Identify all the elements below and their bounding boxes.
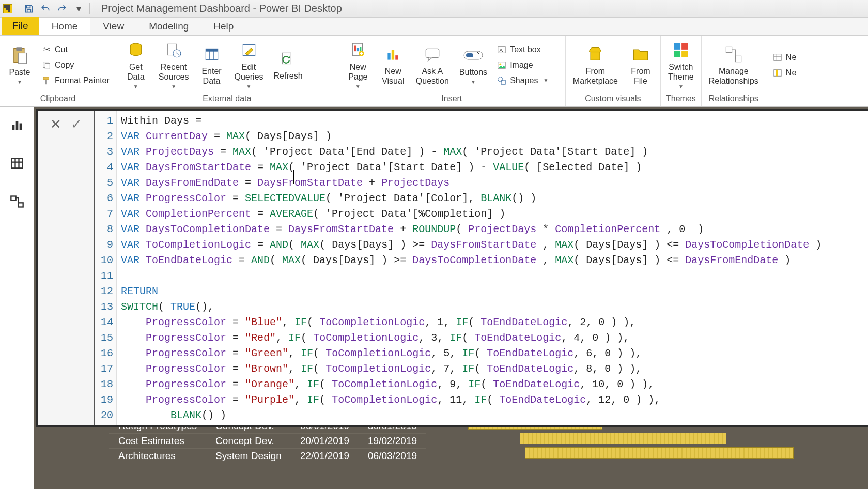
column-icon [772,68,783,78]
from-marketplace-button[interactable]: From Marketplace [570,42,621,88]
chevron-down-icon: ▼ [471,79,476,85]
enter-data-button[interactable]: Enter Data [196,42,227,88]
ribbon-group-themes: Switch Theme▼ Themes [661,36,702,106]
new-page-icon [348,40,368,60]
svg-rect-1 [16,47,22,51]
svg-rect-26 [466,53,473,57]
paste-button[interactable]: Paste ▼ [4,43,35,87]
tab-modeling[interactable]: Modeling [136,17,201,35]
svg-rect-34 [674,43,680,50]
svg-rect-37 [681,51,688,57]
title-bar: ▾ Project Management Dashboard - Power B… [0,0,868,18]
buttons-icon [463,45,484,66]
relationships-icon [723,44,744,65]
tab-view[interactable]: View [90,17,136,35]
powerbi-app-icon [3,4,12,13]
formula-controls: ✕ ✓ [38,111,95,425]
paste-icon [9,45,30,66]
svg-rect-6 [45,80,47,84]
commit-formula-icon[interactable]: ✓ [71,116,82,132]
copy-icon [41,60,52,70]
report-view-button[interactable] [8,116,26,134]
qat-dropdown-icon[interactable]: ▾ [73,3,84,14]
svg-rect-52 [11,196,16,201]
data-view-button[interactable] [8,155,26,172]
new-page-button[interactable]: New Page▼ [343,38,374,91]
text-box-icon: A [497,44,507,55]
new-visual-button[interactable]: New Visual [378,42,409,88]
model-view-button[interactable] [8,193,26,210]
ribbon-group-external-data: Get Data▼ Recent Sources▼ Enter Data Edi… [116,36,338,106]
group-label-relationships: Relationships [706,93,762,105]
edit-queries-icon [239,40,259,60]
format-painter-button[interactable]: Format Painter [39,74,112,87]
view-rail [0,107,34,489]
get-data-icon [126,40,146,60]
overflow-item-2[interactable]: Ne [770,67,798,79]
line-gutter: 1234567891011121314151617181920 [95,111,117,425]
svg-rect-24 [426,49,439,57]
formula-bar[interactable]: ✕ ✓ 1234567891011121314151617181920 With… [36,109,868,427]
overflow-item-1[interactable]: Ne [770,51,798,64]
tab-home[interactable]: Home [39,17,91,35]
image-button[interactable]: Image [494,59,550,71]
group-label-themes: Themes [665,93,697,105]
tab-file[interactable]: File [2,17,39,35]
svg-rect-39 [735,56,741,62]
chevron-down-icon: ▼ [133,84,138,90]
qat-separator [18,3,18,14]
format-painter-icon [41,75,52,86]
svg-rect-11 [206,49,218,51]
qat-separator-2 [89,3,90,14]
cancel-formula-icon[interactable]: ✕ [50,116,61,132]
edit-queries-button[interactable]: Edit Queries▼ [231,38,267,91]
group-label-custom-visuals: Custom visuals [570,93,656,105]
undo-icon[interactable] [40,3,51,14]
ribbon-group-relationships: Manage Relationships Relationships [702,36,766,106]
svg-rect-40 [774,54,781,60]
svg-rect-33 [591,52,600,60]
chevron-down-icon: ▼ [171,84,176,90]
group-label-external-data: External data [120,93,334,105]
cut-button[interactable]: ✂Cut [39,43,112,56]
ribbon-group-custom-visuals: From Marketplace From File Custom visual… [566,36,661,106]
dax-editor[interactable]: Within Days = VAR CurrentDay = MAX( Days… [117,111,868,425]
table-row[interactable]: ArchitecturesSystem Design22/01/201906/0… [109,449,426,464]
svg-rect-36 [674,51,680,57]
text-caret [293,170,295,184]
svg-rect-47 [19,124,22,130]
ribbon-group-clipboard: Paste ▼ ✂Cut Copy Format Painter Clipboa… [0,36,116,106]
svg-rect-18 [357,48,359,51]
ask-question-button[interactable]: Ask A Question [413,42,452,88]
shapes-button[interactable]: Shapes▼ [494,74,550,87]
ribbon-group-insert: New Page▼ New Visual Ask A Question Butt… [338,36,566,106]
quick-access-toolbar: ▾ [3,3,90,14]
refresh-icon [278,49,299,69]
svg-rect-35 [681,43,688,50]
svg-rect-19 [360,47,361,52]
svg-rect-21 [388,53,390,60]
svg-point-30 [500,63,502,65]
manage-relationships-button[interactable]: Manage Relationships [706,42,762,88]
svg-rect-23 [395,55,398,60]
report-canvas[interactable]: CURREN Project 1 ✕ ✓ 1234567891011121314… [34,107,868,489]
buttons-button[interactable]: Buttons▼ [456,43,490,87]
svg-rect-4 [45,63,50,69]
copy-button[interactable]: Copy [39,59,112,71]
recent-sources-button[interactable]: Recent Sources▼ [156,38,192,91]
tab-help[interactable]: Help [201,17,246,35]
redo-icon[interactable] [56,3,68,14]
shapes-icon [497,75,507,86]
get-data-button[interactable]: Get Data▼ [120,38,151,91]
table-row[interactable]: Cost EstimatesConcept Dev.20/01/201919/0… [109,434,426,449]
chevron-down-icon: ▼ [355,84,361,90]
refresh-button[interactable]: Refresh [271,47,306,83]
from-file-button[interactable]: From File [625,42,656,88]
save-icon[interactable] [23,3,35,14]
marketplace-icon [585,44,606,65]
chevron-down-icon: ▼ [17,79,22,85]
chevron-down-icon: ▼ [678,84,684,90]
text-box-button[interactable]: AText box [494,43,550,56]
switch-theme-button[interactable]: Switch Theme▼ [665,38,697,91]
svg-point-31 [498,77,503,81]
